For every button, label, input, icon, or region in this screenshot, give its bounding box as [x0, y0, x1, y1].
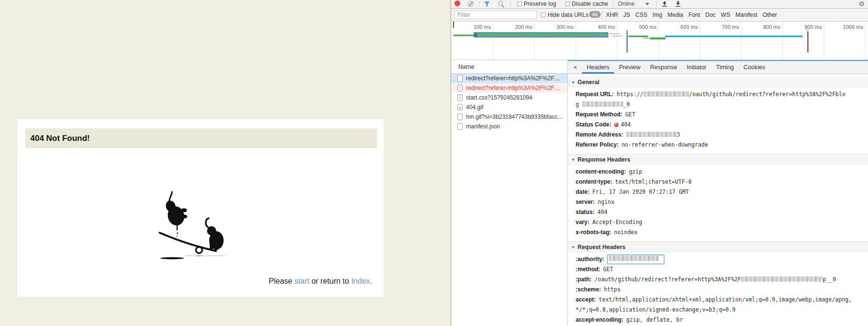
hide-data-urls-label[interactable]: Hide data URLs	[548, 12, 589, 18]
screen: 404 Not Found!	[0, 0, 868, 326]
export-har-icon[interactable]	[675, 1, 681, 7]
elephant-seesaw-illustration	[158, 190, 247, 260]
chevron-down-icon[interactable]	[645, 3, 649, 5]
section-header-response[interactable]: ▼ Response Headers	[568, 154, 868, 165]
redacted-blur	[609, 256, 659, 261]
preserve-log-checkbox[interactable]	[517, 1, 522, 6]
tab-timing[interactable]: Timing	[711, 61, 739, 74]
import-har-icon[interactable]	[662, 1, 667, 7]
network-request-row[interactable]: start.css?1579245281094	[451, 93, 567, 102]
name-column-header[interactable]: Name	[451, 60, 567, 74]
waterfall-bar-selected	[474, 32, 608, 38]
section-request-headers: ▼ Request Headers :authority: :method:GE…	[568, 241, 868, 326]
tick-label: 200 ms	[495, 24, 532, 30]
tab-cookies[interactable]: Cookies	[739, 61, 770, 74]
network-request-row[interactable]: 404.gif	[451, 102, 567, 112]
request-name: manifest.json	[466, 123, 566, 130]
waterfall-bar	[453, 35, 474, 36]
filter-all-badge[interactable]: All	[589, 11, 601, 18]
section-header-general[interactable]: ▼ General	[568, 77, 868, 88]
filter-type-media[interactable]: Media	[667, 12, 683, 18]
hide-data-urls-checkbox[interactable]	[541, 13, 546, 17]
detail-pane-accent	[568, 60, 868, 61]
header-row: server:nginx	[568, 197, 868, 207]
section-title: Request Headers	[578, 244, 626, 251]
error-message: Please start or return to Index.	[269, 277, 372, 286]
filter-type-manifest[interactable]: Manifest	[735, 12, 757, 18]
tab-initiator[interactable]: Initiator	[682, 61, 711, 74]
network-request-row[interactable]: redirect?referer=http%3A%2F%2F…	[451, 83, 567, 93]
domcontentloaded-marker	[627, 30, 628, 52]
request-list: Name redirect?referer=http%3A%2F%2F… red…	[451, 60, 568, 326]
search-icon[interactable]	[498, 1, 503, 6]
error-title-band: 404 Not Found!	[25, 128, 377, 148]
tick-label: 600 ms	[661, 24, 698, 30]
request-name: hm.gif?si=3b231847743b9335bfacc…	[466, 113, 566, 120]
settings-gear-icon[interactable]: ⚙	[858, 0, 865, 8]
document-icon	[457, 75, 463, 82]
redacted-blur	[643, 91, 689, 97]
disable-cache-label[interactable]: Disable cache	[572, 0, 608, 7]
section-header-request[interactable]: ▼ Request Headers	[568, 241, 868, 252]
header-row: x-robots-tag:noindex	[568, 227, 868, 238]
triangle-down-icon: ▼	[571, 158, 575, 162]
network-main-area: Name redirect?referer=http%3A%2F%2F… red…	[451, 60, 868, 326]
tick-label: 300 ms	[537, 24, 574, 30]
filter-type-js[interactable]: JS	[623, 12, 630, 18]
gridline	[534, 22, 535, 60]
filter-input[interactable]	[454, 11, 537, 19]
message-text-before: Please	[269, 277, 294, 285]
tick-label: 100 ms	[454, 24, 491, 30]
waterfall-bar	[629, 36, 648, 37]
filter-type-ws[interactable]: WS	[721, 12, 730, 18]
redacted-blur	[582, 101, 623, 107]
preserve-log-label[interactable]: Preserve log	[524, 0, 556, 7]
start-link[interactable]: start	[294, 277, 309, 285]
disable-cache-checkbox[interactable]	[565, 1, 570, 6]
tick-label: 700 ms	[702, 24, 739, 30]
timeline-origin-tick	[453, 22, 454, 28]
request-name: redirect?referer=http%3A%2F%2F…	[466, 85, 566, 91]
tab-headers[interactable]: Headers	[582, 61, 614, 74]
network-overview-timeline[interactable]: 100 ms 200 ms 300 ms 400 ms 500 ms 600 m…	[451, 22, 868, 60]
header-row-remote-address: Remote Address:3	[568, 130, 868, 140]
close-icon[interactable]: ×	[572, 63, 579, 71]
stylesheet-icon	[457, 94, 463, 101]
network-toolbar: Preserve log Disable cache Online ⚙	[451, 0, 868, 9]
tick-label: 400 ms	[578, 24, 615, 30]
throttling-select[interactable]: Online	[618, 0, 635, 7]
filter-type-css[interactable]: CSS	[635, 12, 647, 18]
toolbar-separator	[479, 1, 479, 7]
network-request-row[interactable]: hm.gif?si=3b231847743b9335bfacc…	[451, 112, 567, 122]
record-icon[interactable]	[454, 0, 460, 6]
filter-funnel-icon[interactable]	[484, 1, 490, 7]
clear-icon[interactable]	[468, 1, 474, 7]
browser-page-404: 404 Not Found!	[0, 0, 451, 326]
network-request-row[interactable]: redirect?referer=http%3A%2F%2F…	[451, 74, 567, 83]
request-detail-pane: × Headers Preview Response Initiator Tim…	[568, 60, 868, 326]
devtools-panel: Preserve log Disable cache Online ⚙ Hide…	[451, 0, 868, 326]
header-row: date:Fri, 17 Jan 2020 07:27:17 GMT	[568, 187, 868, 197]
request-name: 404.gif	[466, 104, 566, 111]
header-row-accept: accept:text/html,application/xhtml+xml,a…	[568, 295, 868, 315]
message-text-middle: or return to	[309, 277, 351, 285]
filter-type-font[interactable]: Font	[689, 12, 700, 18]
message-text-after: .	[370, 277, 372, 285]
filter-type-other[interactable]: Other	[763, 12, 777, 18]
page-title: 404 Not Found!	[25, 128, 377, 148]
section-general: ▼ General Request URL:https:///oauth/git…	[568, 77, 868, 154]
header-row-request-method: Request Method:GET	[568, 110, 868, 120]
waterfall-bar	[650, 38, 666, 39]
header-row: content-encoding:gzip	[568, 167, 868, 177]
network-request-row[interactable]: manifest.json	[451, 122, 567, 131]
request-name: start.css?1579245281094	[466, 94, 566, 101]
tab-preview[interactable]: Preview	[614, 61, 645, 74]
filter-type-xhr[interactable]: XHR	[606, 12, 618, 18]
gridline	[576, 22, 576, 60]
index-link[interactable]: Index	[351, 277, 370, 285]
header-row-authority: :authority:	[568, 254, 868, 264]
waterfall-bar	[806, 29, 809, 30]
tab-response[interactable]: Response	[645, 61, 682, 74]
filter-type-doc[interactable]: Doc	[705, 12, 716, 18]
filter-type-img[interactable]: Img	[653, 12, 662, 18]
